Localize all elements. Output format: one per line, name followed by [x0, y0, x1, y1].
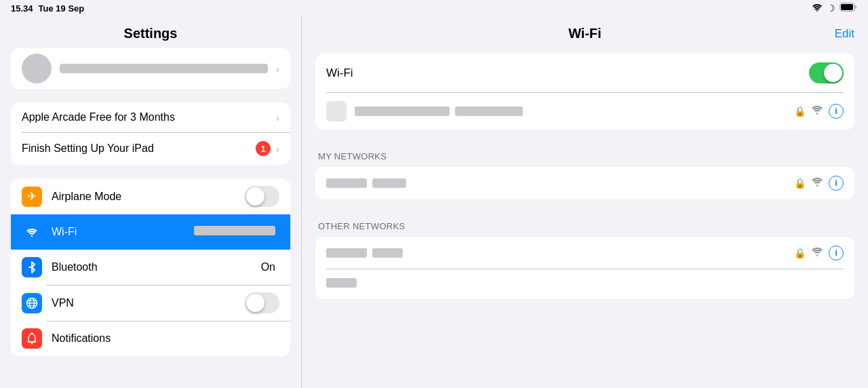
other-network-blurred-1b	[372, 248, 403, 258]
connected-wifi-signal-icon	[811, 105, 823, 117]
wifi-main-toggle-thumb	[824, 64, 842, 82]
my-network-blurred-1b	[372, 178, 406, 188]
notifications-label: Notifications	[52, 332, 279, 345]
bluetooth-value: On	[261, 261, 275, 273]
my-network-name-1	[326, 178, 794, 188]
finish-setup-badge: 1	[256, 141, 271, 156]
airplane-toggle-thumb	[246, 187, 264, 206]
battery-icon	[840, 3, 857, 14]
vpn-label: VPN	[52, 297, 245, 309]
other-networks-card: 🔒 i	[315, 237, 854, 299]
wifi-connected-value	[194, 226, 275, 238]
connected-network-icons: 🔒 i	[794, 104, 844, 119]
status-bar-left: 15.34 Tue 19 Sep	[11, 3, 84, 14]
other-networks-header: OTHER NETWORKS	[315, 221, 854, 237]
wifi-status-icon	[812, 3, 823, 14]
my-network-wifi-icon	[811, 177, 823, 189]
vpn-toggle[interactable]	[245, 292, 279, 313]
bluetooth-label: Bluetooth	[52, 261, 261, 273]
account-name-blurred	[60, 64, 268, 73]
avatar	[22, 54, 52, 83]
airplane-label: Airplane Mode	[52, 191, 245, 203]
sidebar-item-bluetooth[interactable]: Bluetooth On	[11, 250, 290, 285]
connected-network-icon-bg	[326, 101, 347, 121]
wifi-toggle-card: Wi-Fi 🔒	[315, 54, 854, 130]
apple-arcade-item[interactable]: Apple Arcade Free for 3 Months ›	[11, 102, 290, 132]
my-network-row-1[interactable]: 🔒 i	[326, 167, 844, 199]
detail-panel: Wi-Fi Edit Wi-Fi	[302, 16, 868, 388]
other-network-name-2	[326, 278, 844, 290]
other-network-row-2[interactable]	[326, 269, 844, 299]
connected-lock-icon: 🔒	[794, 106, 806, 117]
my-networks-card: 🔒 i	[315, 167, 854, 199]
my-network-info-button-1[interactable]: i	[829, 176, 844, 191]
svg-point-0	[816, 10, 818, 12]
other-network-blurred-2	[326, 278, 357, 288]
wifi-label: Wi-Fi	[52, 226, 194, 238]
other-network-row-1[interactable]: 🔒 i	[326, 237, 844, 269]
svg-point-3	[31, 235, 33, 237]
svg-rect-2	[841, 4, 853, 10]
wifi-main-toggle[interactable]	[809, 62, 844, 83]
sidebar-item-notifications[interactable]: Notifications	[11, 321, 290, 356]
sidebar-item-vpn[interactable]: VPN	[11, 285, 290, 321]
finish-setup-chevron-icon: ›	[276, 143, 279, 155]
my-networks-header: MY NETWORKS	[315, 151, 854, 167]
other-network-icons-1: 🔒 i	[794, 246, 844, 260]
wifi-icon	[22, 222, 42, 242]
main-layout: Settings › Apple Arcade Free for 3 Month…	[0, 16, 868, 388]
wifi-main-row: Wi-Fi	[326, 54, 844, 92]
date-display: Tue 19 Sep	[39, 3, 85, 14]
connected-network-row[interactable]: 🔒 i	[326, 93, 844, 130]
detail-title: Wi-Fi	[342, 26, 827, 41]
my-network-icons-1: 🔒 i	[794, 176, 844, 191]
connected-network-name-blurred2	[455, 106, 523, 116]
other-network-name-1	[326, 248, 794, 258]
svg-point-11	[816, 113, 818, 114]
status-bar-right: ☽	[812, 3, 857, 14]
sidebar-item-wifi[interactable]: Wi-Fi	[11, 214, 290, 250]
finish-setup-label: Finish Setting Up Your iPad	[22, 142, 256, 155]
other-network-lock-icon-1: 🔒	[794, 248, 806, 258]
svg-point-13	[816, 254, 818, 256]
account-row[interactable]: ›	[11, 48, 290, 89]
detail-content: Wi-Fi 🔒	[302, 48, 868, 326]
wifi-main-label: Wi-Fi	[326, 66, 809, 80]
other-network-wifi-icon-1	[811, 247, 823, 259]
promo-group: Apple Arcade Free for 3 Months › Finish …	[11, 102, 290, 165]
wifi-network-blurred	[194, 226, 275, 235]
connected-network-name-blurred	[355, 106, 450, 116]
finish-setup-item[interactable]: Finish Setting Up Your iPad 1 ›	[11, 132, 290, 165]
connected-network-name	[355, 106, 794, 116]
apple-arcade-label: Apple Arcade Free for 3 Months	[22, 111, 276, 123]
airplane-icon: ✈	[22, 187, 42, 207]
vpn-toggle-thumb	[246, 294, 264, 312]
status-bar: 15.34 Tue 19 Sep ☽	[0, 0, 868, 16]
bluetooth-icon	[22, 257, 42, 277]
other-network-blurred-1a	[326, 248, 367, 258]
time-display: 15.34	[11, 3, 33, 14]
connected-info-button[interactable]: i	[829, 104, 844, 119]
edit-button[interactable]: Edit	[827, 27, 854, 41]
svg-point-9	[31, 343, 33, 345]
apple-arcade-chevron-icon: ›	[276, 112, 279, 123]
sidebar-title: Settings	[0, 16, 301, 48]
my-network-lock-icon: 🔒	[794, 178, 806, 189]
other-network-info-button-1[interactable]: i	[829, 246, 844, 260]
detail-header: Wi-Fi Edit	[302, 16, 868, 48]
settings-group: ✈ Airplane Mode Wi-Fi	[11, 178, 290, 356]
vpn-icon	[22, 293, 42, 313]
notifications-icon	[22, 328, 42, 349]
airplane-toggle[interactable]	[245, 186, 279, 207]
moon-icon: ☽	[827, 3, 835, 14]
sidebar: Settings › Apple Arcade Free for 3 Month…	[0, 16, 302, 388]
svg-point-12	[816, 185, 818, 186]
sidebar-item-airplane[interactable]: ✈ Airplane Mode	[11, 178, 290, 214]
account-chevron-icon: ›	[276, 63, 279, 75]
my-network-blurred-1a	[326, 178, 367, 188]
